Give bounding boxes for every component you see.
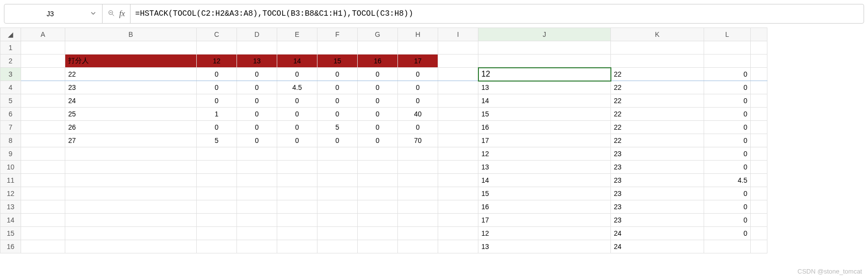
cell[interactable]: 22	[611, 81, 704, 94]
cell[interactable]	[21, 240, 65, 253]
cell[interactable]: 12	[478, 227, 611, 240]
cell[interactable]: 0	[704, 227, 751, 240]
cell[interactable]	[197, 240, 237, 253]
cell[interactable]	[751, 147, 767, 161]
cell[interactable]: 0	[237, 94, 277, 108]
cell[interactable]	[438, 121, 478, 134]
cell[interactable]	[65, 174, 197, 187]
cell[interactable]: 0	[277, 108, 317, 121]
cell[interactable]	[277, 240, 317, 253]
cell[interactable]: 15	[478, 187, 611, 200]
cell[interactable]	[317, 227, 358, 240]
cell[interactable]	[21, 200, 65, 214]
cell[interactable]	[358, 214, 398, 227]
cell[interactable]: 22	[611, 134, 704, 147]
cell[interactable]	[398, 147, 438, 161]
row-header-2[interactable]: 2	[0, 55, 21, 68]
cell[interactable]	[751, 41, 767, 55]
cell[interactable]	[317, 174, 358, 187]
cell[interactable]	[438, 161, 478, 174]
cell[interactable]	[438, 108, 478, 121]
cell[interactable]	[237, 161, 277, 174]
cell[interactable]	[277, 227, 317, 240]
cell[interactable]	[317, 41, 358, 55]
row-header-3[interactable]: 3	[0, 68, 21, 81]
cell[interactable]	[398, 240, 438, 253]
cell[interactable]	[751, 187, 767, 200]
cell[interactable]	[21, 94, 65, 108]
cell[interactable]	[197, 147, 237, 161]
cell[interactable]: 0	[277, 134, 317, 147]
col-header-G[interactable]: G	[358, 28, 398, 41]
cell[interactable]: 0	[237, 68, 277, 81]
select-all-corner[interactable]: ◢	[0, 28, 21, 41]
row-header-11[interactable]: 11	[0, 174, 21, 187]
row-header-16[interactable]: 16	[0, 240, 21, 253]
cell[interactable]: 0	[317, 94, 358, 108]
cell[interactable]: 14	[478, 174, 611, 187]
cell[interactable]: 0	[317, 108, 358, 121]
cell[interactable]: 27	[65, 134, 197, 147]
cell[interactable]: 25	[65, 108, 197, 121]
cell[interactable]: 23	[611, 200, 704, 214]
cell[interactable]	[751, 174, 767, 187]
cell[interactable]	[438, 240, 478, 253]
col-header-E[interactable]: E	[277, 28, 317, 41]
cell[interactable]	[237, 227, 277, 240]
cell[interactable]	[358, 161, 398, 174]
col-header-F[interactable]: F	[317, 28, 358, 41]
cell[interactable]	[398, 200, 438, 214]
cell[interactable]	[438, 200, 478, 214]
cell[interactable]	[438, 134, 478, 147]
cell[interactable]: 0	[704, 214, 751, 227]
cell[interactable]	[65, 41, 197, 55]
cell[interactable]	[751, 94, 767, 108]
cell[interactable]: 15	[317, 55, 358, 68]
cell[interactable]	[21, 81, 65, 94]
cell[interactable]	[317, 147, 358, 161]
cell[interactable]: 0	[237, 108, 277, 121]
cell[interactable]	[197, 187, 237, 200]
cell[interactable]: 0	[317, 134, 358, 147]
cell[interactable]: 4.5	[277, 81, 317, 94]
cell[interactable]: 23	[611, 214, 704, 227]
cell[interactable]	[237, 187, 277, 200]
cell[interactable]: 0	[197, 94, 237, 108]
col-header-H[interactable]: H	[398, 28, 438, 41]
cell[interactable]: 16	[478, 200, 611, 214]
cell[interactable]: 0	[237, 121, 277, 134]
cell[interactable]: 14	[478, 94, 611, 108]
cell[interactable]	[751, 240, 767, 253]
cell[interactable]	[21, 108, 65, 121]
cell[interactable]	[237, 200, 277, 214]
cell[interactable]	[398, 161, 438, 174]
cell[interactable]: 22	[611, 121, 704, 134]
cell[interactable]: 24	[611, 227, 704, 240]
cell[interactable]: 16	[478, 121, 611, 134]
cell[interactable]	[277, 214, 317, 227]
cell[interactable]	[197, 174, 237, 187]
cell[interactable]: 17	[398, 55, 438, 68]
cell[interactable]	[277, 200, 317, 214]
cell[interactable]: 24	[611, 240, 704, 253]
cell[interactable]: 22	[611, 108, 704, 121]
cell[interactable]	[65, 227, 197, 240]
col-header-A[interactable]: A	[21, 28, 65, 41]
cell[interactable]	[277, 41, 317, 55]
cell[interactable]	[21, 227, 65, 240]
cell[interactable]: 4.5	[704, 174, 751, 187]
cell[interactable]	[358, 147, 398, 161]
cell[interactable]	[197, 214, 237, 227]
cell[interactable]: 0	[398, 68, 438, 81]
cell[interactable]	[21, 55, 65, 68]
cell[interactable]	[197, 227, 237, 240]
cell[interactable]	[65, 214, 197, 227]
cell[interactable]: 0	[197, 68, 237, 81]
cell[interactable]: 23	[611, 187, 704, 200]
cell[interactable]: 0	[704, 200, 751, 214]
cell[interactable]: 0	[237, 81, 277, 94]
cell[interactable]: 0	[704, 94, 751, 108]
cell[interactable]	[438, 94, 478, 108]
cell[interactable]: 17	[478, 214, 611, 227]
cell[interactable]	[438, 214, 478, 227]
